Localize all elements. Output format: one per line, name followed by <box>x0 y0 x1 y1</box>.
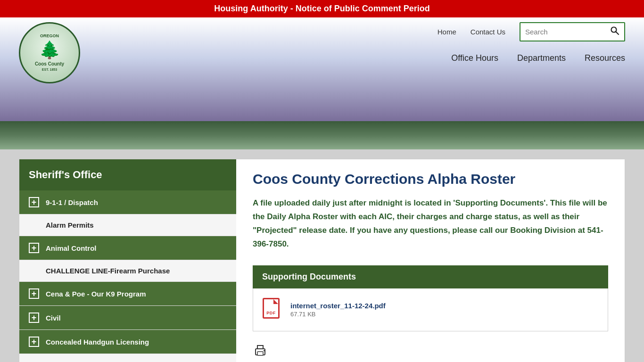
header: OREGON 🌲 Coos County EST. 1853 Home Cont… <box>0 17 644 121</box>
logo-est-text: EST. 1853 <box>42 68 57 71</box>
sidebar-label-chl: Concealed Handgun Licensing <box>46 338 149 346</box>
logo-tree-icon: 🌲 <box>35 39 64 61</box>
plus-icon: + <box>29 197 39 207</box>
nav-contact-link[interactable]: Contact Us <box>471 28 505 36</box>
supporting-docs-header: Supporting Documents <box>253 265 608 288</box>
sidebar-label-k9: Cena & Poe - Our K9 Program <box>46 290 146 298</box>
pdf-label: PDF <box>266 311 276 315</box>
sidebar-label-challenge-line: CHALLENGE LINE-Firearm Purchase <box>46 267 170 275</box>
sidebar-link-alarm-permits[interactable]: Alarm Permits <box>19 214 236 236</box>
page-description: A file uploaded daily just after midnigh… <box>253 197 608 251</box>
pdf-icon: PDF <box>263 298 283 321</box>
main-wrapper: Sheriff's Office + 9-1-1 / Dispatch Alar… <box>0 149 644 362</box>
search-button[interactable] <box>605 23 624 41</box>
sidebar-link-animal-control[interactable]: + Animal Control <box>19 236 236 260</box>
sidebar-title: Sheriff's Office <box>19 159 236 190</box>
sidebar-item-animal-control: + Animal Control <box>19 236 236 260</box>
print-icon <box>253 346 268 361</box>
alert-banner[interactable]: Housing Authority - Notice of Public Com… <box>0 0 644 17</box>
file-item[interactable]: PDF internet_roster_11-12-24.pdf 67.71 K… <box>263 298 598 321</box>
logo-area[interactable]: OREGON 🌲 Coos County EST. 1853 <box>19 22 80 83</box>
main-nav: Office Hours Departments Resources <box>19 46 625 70</box>
sidebar-link-challenge-line[interactable]: CHALLENGE LINE-Firearm Purchase <box>19 260 236 282</box>
page-title: Coos County Corrections Alpha Roster <box>253 171 608 187</box>
svg-line-1 <box>616 32 619 35</box>
svg-point-4 <box>264 350 264 351</box>
sidebar-label-dispatch: 9-1-1 / Dispatch <box>46 198 98 206</box>
sidebar-link-webcam[interactable]: Coos Bay Webcam Monitor: Barview area <box>19 354 236 362</box>
sidebar-item-dispatch: + 9-1-1 / Dispatch <box>19 190 236 214</box>
logo-oregon-text: OREGON <box>40 33 59 38</box>
sidebar-item-civil: + Civil <box>19 306 236 330</box>
nav-resources-link[interactable]: Resources <box>585 53 625 63</box>
nav-office-hours-link[interactable]: Office Hours <box>451 53 498 63</box>
sidebar-label-animal-control: Animal Control <box>46 244 97 252</box>
plus-icon-chl: + <box>29 337 39 347</box>
plus-icon-animal: + <box>29 243 39 253</box>
search-box <box>520 22 625 41</box>
sidebar-label-alarm-permits: Alarm Permits <box>46 221 94 229</box>
sidebar-item-k9: + Cena & Poe - Our K9 Program <box>19 282 236 306</box>
sidebar-link-chl[interactable]: + Concealed Handgun Licensing <box>19 330 236 354</box>
print-button[interactable] <box>253 343 608 362</box>
file-size: 67.71 KB <box>290 311 386 318</box>
top-nav: Home Contact Us <box>438 28 505 36</box>
sidebar-item-chl: + Concealed Handgun Licensing <box>19 330 236 354</box>
supporting-docs-section: Supporting Documents PDF internet_roster… <box>253 265 608 331</box>
nav-home-link[interactable]: Home <box>438 28 456 36</box>
plus-icon-k9: + <box>29 288 39 299</box>
sidebar: Sheriff's Office + 9-1-1 / Dispatch Alar… <box>19 159 236 362</box>
file-info: internet_roster_11-12-24.pdf 67.71 KB <box>290 302 386 318</box>
main-content: Coos County Corrections Alpha Roster A f… <box>236 159 625 362</box>
hero-background <box>0 121 644 149</box>
file-name: internet_roster_11-12-24.pdf <box>290 302 386 310</box>
alert-text: Housing Authority - Notice of Public Com… <box>214 4 429 13</box>
svg-rect-3 <box>257 352 263 355</box>
logo-county-text: Coos County <box>35 61 64 66</box>
sidebar-label-civil: Civil <box>46 314 61 322</box>
header-top-nav: Home Contact Us <box>19 22 625 46</box>
sidebar-link-dispatch[interactable]: + 9-1-1 / Dispatch <box>19 190 236 214</box>
sidebar-link-civil[interactable]: + Civil <box>19 306 236 329</box>
search-icon <box>610 26 619 35</box>
supporting-docs-body: PDF internet_roster_11-12-24.pdf 67.71 K… <box>253 288 608 331</box>
search-input[interactable] <box>520 25 605 39</box>
sidebar-link-k9[interactable]: + Cena & Poe - Our K9 Program <box>19 282 236 305</box>
nav-departments-link[interactable]: Departments <box>517 53 566 63</box>
plus-icon-civil: + <box>29 313 39 323</box>
logo-circle: OREGON 🌲 Coos County EST. 1853 <box>19 22 80 83</box>
content-box: Sheriff's Office + 9-1-1 / Dispatch Alar… <box>19 159 625 362</box>
